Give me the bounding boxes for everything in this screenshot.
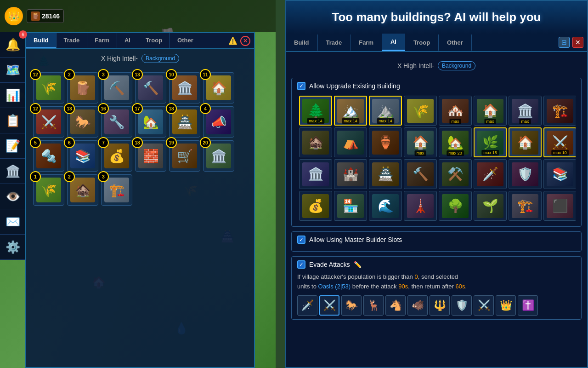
bld-cell-b20[interactable]: 📚 — [543, 159, 576, 189]
sidebar-item-overview[interactable]: 👁️ — [0, 184, 25, 209]
sidebar-item-alliance[interactable]: 🏛️ — [0, 159, 25, 184]
troop-icon-2[interactable]: 🐎 — [341, 295, 362, 316]
bld-cell-b9[interactable]: 🏡 max 20 — [439, 127, 472, 157]
left-tab-ai[interactable]: AI — [117, 33, 138, 48]
left-tab-troop[interactable]: Troop — [138, 33, 170, 48]
evade-edit-icon[interactable]: ✏️ — [354, 261, 362, 268]
building-item-1-1[interactable]: 12 🌾 — [33, 72, 64, 104]
bld-cell-b19[interactable]: 🛡️ — [509, 159, 542, 189]
troop-icons-row: 🗡️ ⚔️ 🐎 🦌 🐴 🐗 🔱 🛡️ ⚔️ 👑 ✝️ — [297, 295, 576, 316]
bld-cell-b16[interactable]: 🔨 — [404, 159, 437, 189]
right-panel-close-button[interactable]: ✕ — [572, 37, 583, 48]
bld-cell-b7[interactable]: 🏺 — [369, 127, 402, 157]
troop-icon-3[interactable]: 🦌 — [363, 295, 384, 316]
sidebar-item-messages[interactable]: ✉️ — [0, 209, 25, 235]
building-item-1-4[interactable]: 13 🔨 — [135, 72, 166, 104]
troop-icon-4[interactable]: 🐴 — [385, 295, 406, 316]
left-panel-bg-badge[interactable]: Background — [141, 54, 179, 63]
bld-cell-b25[interactable]: 🌳 — [439, 191, 472, 221]
right-tab-build[interactable]: Build — [286, 34, 318, 51]
building-item-1-3[interactable]: 3 ⛏️ — [101, 72, 132, 104]
right-tab-other[interactable]: Other — [439, 34, 472, 51]
building-item-4-2[interactable]: 2 🏚️ — [67, 174, 98, 206]
right-tab-trade[interactable]: Trade — [318, 34, 351, 51]
bld-cell-b6[interactable]: ⛺ — [334, 127, 367, 157]
troop-icon-6[interactable]: 🔱 — [430, 295, 450, 316]
troop-icon-8[interactable]: ⚔️ — [474, 295, 494, 316]
troop-icon-0[interactable]: 🗡️ — [297, 295, 317, 316]
bld-cell-b4[interactable]: 🏗️ — [543, 96, 576, 126]
left-panel-close-button[interactable]: ✕ — [240, 36, 250, 46]
building-item-2-3[interactable]: 16 🔧 — [101, 106, 132, 138]
sidebar-item-map[interactable]: 🗺️ — [0, 58, 25, 83]
left-tab-farm[interactable]: Farm — [87, 33, 117, 48]
sidebar-item-reports[interactable]: 📋 — [0, 108, 25, 133]
left-tab-build[interactable]: Build — [26, 33, 57, 48]
bld-cell-b26[interactable]: 🌱 — [474, 191, 507, 221]
building-item-4-3[interactable]: 3 🏗️ — [101, 174, 132, 206]
troop-icon-9[interactable]: 👑 — [496, 295, 516, 316]
building-item-3-6[interactable]: 20 🏛️ — [203, 140, 234, 172]
evade-oasis-link[interactable]: Oasis (2|53) — [318, 283, 351, 290]
top-bar: 👑 🪵 28146 — [0, 0, 276, 32]
building-item-3-5[interactable]: 19 🛒 — [169, 140, 200, 172]
troop-icon-5[interactable]: 🐗 — [407, 295, 428, 316]
bld-cell-b27[interactable]: 🏗️ — [509, 191, 542, 221]
bld-cell-b28[interactable]: ⬛ — [543, 191, 576, 221]
bld-cell-iron[interactable]: ⛰️ max 14 — [369, 96, 402, 126]
bld-cell-b15[interactable]: 🏯 — [369, 159, 402, 189]
sidebar-item-settings[interactable]: ⚙️ — [0, 235, 25, 260]
bld-cell-b1[interactable]: 🏘️ max — [439, 96, 472, 126]
right-panel-minimize-button[interactable]: ⊟ — [559, 37, 570, 48]
building-item-1-2[interactable]: 2 🪵 — [67, 72, 98, 104]
right-tab-troop[interactable]: Troop — [405, 34, 439, 51]
building-item-4-1[interactable]: 1 🌾 — [33, 174, 64, 206]
right-panel-bg-badge[interactable]: Background — [438, 61, 475, 70]
building-item-1-6[interactable]: 11 🏠 — [203, 72, 234, 104]
building-item-2-1[interactable]: 12 ⚔️ — [33, 106, 64, 138]
sidebar-item-tasks[interactable]: 📝 — [0, 133, 25, 159]
building-item-2-5[interactable]: 18 🏯 — [169, 106, 200, 138]
building-item-3-2[interactable]: 6 📚 — [67, 140, 98, 172]
bld-cell-b21[interactable]: 💰 — [299, 191, 332, 221]
bld-cell-forest[interactable]: 🌲 max 14 — [299, 96, 332, 126]
bld-cell-b17[interactable]: ⚒️ — [439, 159, 472, 189]
building-item-3-3[interactable]: 7 💰 — [101, 140, 132, 172]
right-tab-farm[interactable]: Farm — [351, 34, 382, 51]
right-tab-ai[interactable]: AI — [382, 34, 405, 51]
building-item-2-2[interactable]: 13 🐎 — [67, 106, 98, 138]
troop-icon-10[interactable]: ✝️ — [518, 295, 538, 316]
bld-cell-b5[interactable]: 🏚️ — [299, 127, 332, 157]
bld-cell-b10[interactable]: 🌿 max 15 — [474, 127, 507, 157]
bld-cell-b23[interactable]: 🌊 — [369, 191, 402, 221]
bld-cell-b3[interactable]: 🏛️ max — [509, 96, 542, 126]
building-item-1-5[interactable]: 10 🏛️ — [169, 72, 200, 104]
bld-cell-b13[interactable]: 🏛️ — [299, 159, 332, 189]
bld-cell-b24[interactable]: 🗼 — [404, 191, 437, 221]
building-img-marketplace: 🛒 — [172, 144, 197, 168]
bld-cell-b8[interactable]: 🏠 max — [404, 127, 437, 157]
left-tab-other[interactable]: Other — [170, 33, 201, 48]
evade-attacks-checkbox[interactable]: ✓ — [297, 260, 305, 269]
allow-upgrade-checkbox[interactable]: ✓ — [297, 82, 305, 90]
left-tab-trade[interactable]: Trade — [57, 33, 88, 48]
bld-cell-b18[interactable]: 🗡️ — [474, 159, 507, 189]
bld-cell-b11[interactable]: 🏠 — [509, 127, 542, 157]
troop-icon-1[interactable]: ⚔️ — [319, 295, 339, 316]
bld-cell-b22[interactable]: 🏪 — [334, 191, 367, 221]
building-item-3-4[interactable]: 18 🧱 — [135, 140, 166, 172]
building-item-2-6[interactable]: 4 📣 — [203, 106, 234, 138]
building-item-3-1[interactable]: 5 🔩 — [33, 140, 64, 172]
right-panel-content: X High Intell- Background ✓ Allow Upgrad… — [286, 52, 587, 330]
troop-icon-7[interactable]: 🛡️ — [452, 295, 472, 316]
bld-cell-b14[interactable]: 🏰 — [334, 159, 367, 189]
sidebar-item-stats[interactable]: 📊 — [0, 83, 25, 108]
evade-text-5: , then return after — [408, 283, 455, 290]
allow-master-builder-checkbox[interactable]: ✓ — [297, 236, 305, 244]
bld-cell-clay[interactable]: 🏔️ max 14 — [334, 96, 367, 126]
bld-cell-b2[interactable]: 🏠 max — [474, 96, 507, 126]
sidebar-item-notifications[interactable]: 🔔 6 — [0, 32, 25, 58]
building-item-2-4[interactable]: 17 🏡 — [135, 106, 166, 138]
bld-cell-crop[interactable]: 🌾 — [404, 96, 437, 126]
bld-cell-b12[interactable]: ⚔️ max 10 — [543, 127, 576, 157]
